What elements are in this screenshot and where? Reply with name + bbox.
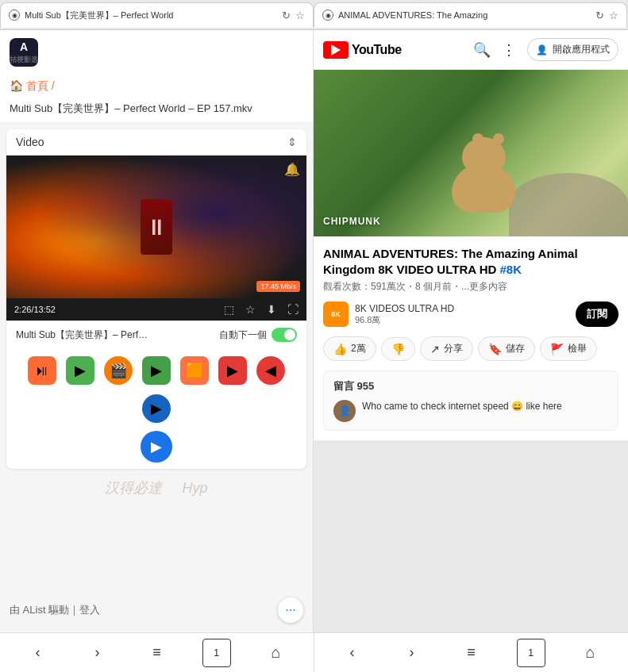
commenter-avatar: 👤 xyxy=(333,400,356,422)
dislike-icon: 👎 xyxy=(391,343,405,355)
player-icon-1[interactable]: ⏯ xyxy=(28,356,56,385)
like-icon: 👍 xyxy=(333,343,347,355)
video-pause-icon[interactable]: ⏸ xyxy=(145,214,168,240)
dislike-button[interactable]: 👎 xyxy=(381,337,415,361)
player-icon-5[interactable]: ▶ xyxy=(218,356,247,385)
more-button[interactable]: ··· xyxy=(278,597,303,623)
file-title: Multi Sub【完美世界】– Perfect World – EP 157.… xyxy=(0,98,313,123)
left-footer: 由 AList 驅動｜登入 ··· xyxy=(0,588,313,632)
left-panel: A 桔梗影选 🏠 首頁 / Multi Sub【完美世界】– Perfect W… xyxy=(0,30,314,632)
chipmunk-label: CHIPMUNK xyxy=(323,216,381,227)
hashtag-8k: #8K xyxy=(500,263,522,276)
player-icon-2[interactable]: ▶ xyxy=(66,356,94,385)
account-icon: 👤 xyxy=(536,44,548,56)
nav-menu-left[interactable]: ≡ xyxy=(143,639,171,667)
player-icon-4[interactable]: 🟧 xyxy=(180,356,209,385)
player-icon-vlc[interactable]: 🎬 xyxy=(104,356,133,385)
video-controls: 2:26/13:52 ⬚ ☆ ⬇ ⛶ xyxy=(6,298,306,321)
more-options-icon[interactable]: ⋮ xyxy=(502,41,516,59)
channel-icon[interactable]: 8K xyxy=(323,301,349,327)
share-label: 分享 xyxy=(444,342,463,355)
content-gray-area xyxy=(314,440,628,632)
player-icon-7[interactable]: ▶ xyxy=(142,394,171,423)
video-filename: Multi Sub【完美世界】– Perf… xyxy=(16,328,219,342)
nav-back-right[interactable]: ‹ xyxy=(338,639,367,667)
youtube-header-icons: 🔍 ⋮ 👤 開啟應用程式 xyxy=(473,38,618,61)
nav-bar-left: ‹ › ≡ 1 ⌂ xyxy=(0,633,314,672)
left-header: A 桔梗影选 xyxy=(0,30,313,75)
nav-tabs-right[interactable]: 1 xyxy=(517,639,545,667)
comments-box: 留言 955 👤 Who came to check internet spee… xyxy=(323,371,618,431)
comment-row: 👤 Who came to check internet speed 😄 lik… xyxy=(333,400,608,422)
player-icon-6[interactable]: ◀ xyxy=(256,356,285,385)
subscribe-button[interactable]: 訂閱 xyxy=(576,301,618,327)
play-center: ▶ xyxy=(6,431,306,469)
favorite-icon[interactable]: ☆ xyxy=(245,303,256,316)
tab-right-star[interactable]: ☆ xyxy=(609,10,618,21)
video-player[interactable]: ⏸ 🔔 17.45 Mb/s xyxy=(6,156,306,298)
toggle-knob xyxy=(284,329,295,340)
channel-icon-text: 8K xyxy=(331,310,341,318)
breadcrumb: 🏠 首頁 / xyxy=(0,75,313,98)
watermark-right: Hyp xyxy=(183,480,208,496)
fullscreen-icon[interactable]: ⛶ xyxy=(287,303,299,316)
screenshot-icon[interactable]: ⬚ xyxy=(224,303,234,316)
nav-menu-right[interactable]: ≡ xyxy=(457,639,486,667)
nav-forward-right[interactable]: › xyxy=(398,639,426,667)
tab-left-reload[interactable]: ↻ xyxy=(282,10,291,21)
chipmunk-ear-right xyxy=(493,133,504,144)
share-button[interactable]: ↗ 分享 xyxy=(420,336,473,361)
more-icon: ··· xyxy=(285,603,295,617)
video-info-bar: Multi Sub【完美世界】– Perf… 自動下一個 xyxy=(6,321,306,348)
tab-right-title: ANIMAL ADVENTURES: The Amazing xyxy=(338,10,591,20)
auto-next-toggle[interactable] xyxy=(272,328,297,342)
video-time: 2:26/13:52 xyxy=(14,305,56,314)
tab-left-star[interactable]: ☆ xyxy=(295,10,305,21)
download-icon[interactable]: ⬇ xyxy=(267,303,276,316)
video-selector-chevron[interactable]: ⇕ xyxy=(287,136,297,148)
tab-right[interactable]: ◉ ANIMAL ADVENTURES: The Amazing ↻ ☆ xyxy=(314,2,627,28)
video-title: ANIMAL ADVENTURES: The Amazing Animal Ki… xyxy=(323,246,618,277)
nav-home-right[interactable]: ⌂ xyxy=(576,639,605,667)
breadcrumb-home[interactable]: 🏠 xyxy=(10,79,23,92)
browser-tabs-bar: ◉ Multi Sub【完美世界】– Perfect World ↻ ☆ ◉ A… xyxy=(0,0,628,30)
app-logo: A 桔梗影选 xyxy=(10,38,38,67)
logo-letter: A xyxy=(10,40,38,53)
like-button[interactable]: 👍 2萬 xyxy=(323,336,376,361)
breadcrumb-text: 首頁 / xyxy=(26,79,55,92)
video-container: Video ⇕ ⏸ 🔔 17.45 Mb/s 2:26/13:52 ⬚ ☆ ⬇ … xyxy=(6,129,306,469)
youtube-play-shape xyxy=(331,44,341,56)
open-app-button[interactable]: 👤 開啟應用程式 xyxy=(527,38,618,61)
play-center-button[interactable]: ▶ xyxy=(141,431,172,463)
video-label: Video xyxy=(16,136,44,148)
nav-tabs-left[interactable]: 1 xyxy=(202,639,231,667)
tab-right-icon: ◉ xyxy=(322,10,333,21)
save-button[interactable]: 🔖 儲存 xyxy=(478,336,535,361)
footer-text: 由 AList 驅動｜登入 xyxy=(10,603,100,617)
channel-name: 8K VIDEOS ULTRA HD xyxy=(355,303,454,314)
nav-back-left[interactable]: ‹ xyxy=(24,639,52,667)
video-meta: 觀看次數：591萬次・8 個月前・...更多內容 xyxy=(323,280,618,294)
video-selector[interactable]: Video ⇕ xyxy=(6,129,306,156)
search-icon[interactable]: 🔍 xyxy=(473,41,491,59)
video-thumbnail[interactable]: CHIPMUNK xyxy=(314,70,628,236)
like-count: 2萬 xyxy=(351,342,366,355)
player-icon-3[interactable]: ▶ xyxy=(142,356,171,385)
youtube-logo-text: YouTube xyxy=(352,43,402,57)
report-button[interactable]: 🚩 檢舉 xyxy=(540,336,597,361)
watermark-left: 汉得必達 xyxy=(105,480,162,496)
nav-home-left[interactable]: ⌂ xyxy=(262,639,291,667)
save-icon: 🔖 xyxy=(488,343,502,355)
thumbnail-rock xyxy=(509,173,628,236)
app-icons-row: ⏯ ▶ 🎬 ▶ 🟧 ▶ ◀ ▶ xyxy=(6,348,306,431)
video-bell-icon[interactable]: 🔔 xyxy=(284,162,300,177)
bottom-navigation: ‹ › ≡ 1 ⌂ ‹ › ≡ 1 ⌂ xyxy=(0,632,628,672)
nav-forward-left[interactable]: › xyxy=(83,639,112,667)
channel-row: 8K 8K VIDEOS ULTRA HD 96.8萬 訂閱 xyxy=(323,301,618,327)
tab-left[interactable]: ◉ Multi Sub【完美世界】– Perfect World ↻ ☆ xyxy=(0,2,314,28)
tab-right-reload[interactable]: ↻ xyxy=(595,10,604,21)
auto-next-container: 自動下一個 xyxy=(219,328,297,342)
youtube-logo[interactable]: YouTube xyxy=(323,41,402,59)
share-icon: ↗ xyxy=(430,343,440,355)
speed-badge: 17.45 Mb/s xyxy=(256,281,300,292)
